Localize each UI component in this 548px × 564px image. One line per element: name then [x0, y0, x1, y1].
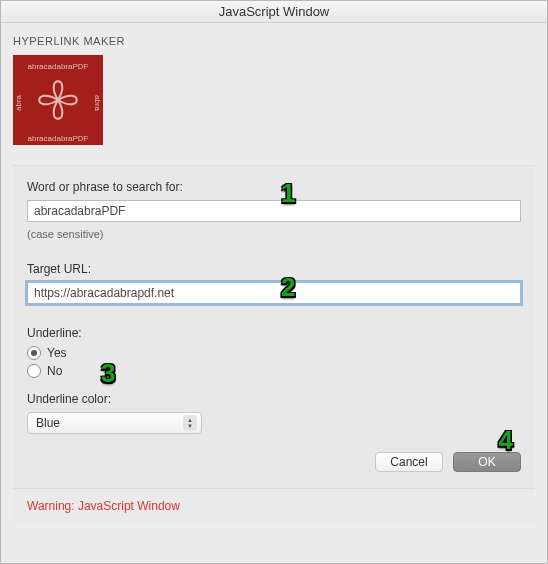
- svg-text:abracadabraPDF: abracadabraPDF: [28, 134, 89, 143]
- search-label: Word or phrase to search for:: [27, 180, 521, 194]
- svg-text:abra: abra: [93, 95, 102, 112]
- dialog-window: JavaScript Window HYPERLINK MAKER abraca…: [0, 0, 548, 564]
- target-label: Target URL:: [27, 262, 521, 276]
- radio-no-icon: [27, 364, 41, 378]
- form-panel: Word or phrase to search for: (case sens…: [13, 165, 535, 488]
- radio-yes[interactable]: Yes: [27, 346, 521, 360]
- button-row: Cancel OK: [27, 452, 521, 472]
- svg-text:abra: abra: [14, 94, 23, 111]
- ok-button[interactable]: OK: [453, 452, 521, 472]
- radio-no[interactable]: No: [27, 364, 521, 378]
- svg-text:abracadabraPDF: abracadabraPDF: [28, 62, 89, 71]
- footer-warning: Warning: JavaScript Window: [13, 488, 535, 523]
- header-block: HYPERLINK MAKER abracadabraPDF abracadab…: [13, 35, 535, 145]
- target-input[interactable]: [27, 282, 521, 304]
- app-name: HYPERLINK MAKER: [13, 35, 535, 47]
- underline-color-label: Underline color:: [27, 392, 521, 406]
- window-title: JavaScript Window: [219, 4, 330, 19]
- underline-color-value: Blue: [36, 416, 60, 430]
- content: HYPERLINK MAKER abracadabraPDF abracadab…: [1, 23, 547, 563]
- cancel-button[interactable]: Cancel: [375, 452, 443, 472]
- search-hint: (case sensitive): [27, 228, 521, 240]
- radio-no-label: No: [47, 364, 62, 378]
- radio-yes-icon: [27, 346, 41, 360]
- radio-yes-label: Yes: [47, 346, 67, 360]
- titlebar: JavaScript Window: [1, 1, 547, 23]
- logo-icon: abracadabraPDF abracadabraPDF abra abra: [13, 55, 103, 145]
- underline-label: Underline:: [27, 326, 521, 340]
- chevron-updown-icon: ▲▼: [183, 415, 197, 431]
- underline-color-select[interactable]: Blue ▲▼: [27, 412, 202, 434]
- search-input[interactable]: [27, 200, 521, 222]
